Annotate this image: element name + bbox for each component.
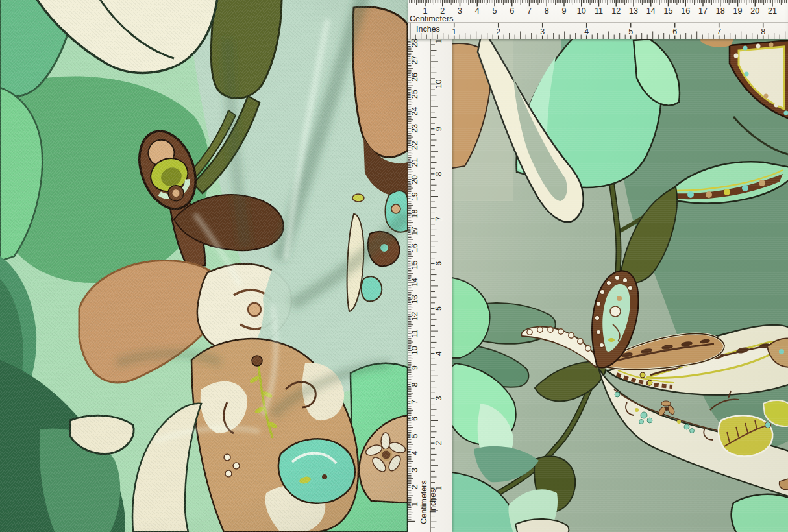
swatch-illustration [452, 39, 788, 532]
cm-number: 5 [410, 433, 419, 438]
cm-number: 5 [493, 6, 497, 16]
cm-number: 9 [562, 6, 567, 16]
cm-number: 4 [475, 6, 480, 16]
cm-number: 23 [410, 124, 419, 133]
cm-number: 27 [410, 56, 419, 65]
cm-number: 10 [410, 346, 419, 355]
chartreuse-feather [719, 415, 772, 456]
cm-number: 11 [595, 6, 603, 16]
cm-number: 6 [410, 417, 419, 421]
cm-number: 8 [545, 6, 549, 16]
inches-label: Inches [416, 25, 440, 34]
inch-number: 8 [761, 27, 765, 36]
cm-number: 14 [410, 278, 419, 287]
cm-number: 3 [458, 6, 462, 16]
cm-number: 18 [410, 210, 419, 219]
cm-number: 10 [577, 6, 586, 16]
fabric-product-photo: 123456789101112131415161718192021Centime… [0, 0, 788, 532]
inch-number: 11 [434, 39, 443, 43]
fabric-drape-photo [0, 0, 408, 532]
cm-number: 22 [410, 141, 419, 150]
inch-number: 7 [717, 27, 721, 36]
cm-number: 21 [410, 158, 419, 167]
cm-number: 13 [629, 6, 638, 16]
cm-number: 12 [410, 312, 419, 321]
cm-number: 28 [410, 39, 419, 47]
cm-number: 7 [527, 6, 532, 16]
drape-illustration [0, 0, 408, 532]
inch-number: 3 [434, 396, 443, 400]
cm-number: 12 [611, 6, 621, 16]
cm-number: 6 [510, 6, 514, 16]
cm-number: 16 [410, 243, 419, 252]
inch-number: 7 [434, 217, 443, 221]
inch-number: 5 [434, 306, 443, 311]
cm-number: 17 [698, 6, 708, 16]
inch-number: 4 [584, 27, 589, 36]
cm-number: 21 [768, 6, 777, 16]
inches-label: Inches [428, 489, 437, 513]
horizontal-ruler: 123456789101112131415161718192021Centime… [408, 0, 788, 39]
cm-number: 3 [410, 468, 419, 472]
inch-number: 1 [452, 27, 456, 36]
cm-number: 19 [733, 6, 743, 16]
cm-number: 15 [664, 6, 673, 16]
cm-number: 4 [410, 451, 419, 455]
cm-number: 20 [750, 6, 759, 16]
inch-number: 6 [434, 261, 443, 266]
cm-number: 2 [410, 485, 419, 489]
cm-number: 15 [410, 261, 419, 270]
inch-number: 9 [434, 127, 443, 131]
inch-number: 8 [434, 171, 443, 176]
cm-number: 9 [410, 365, 419, 370]
inch-number: 6 [672, 27, 677, 36]
cm-number: 18 [716, 6, 725, 16]
cm-number: 14 [646, 6, 656, 16]
cm-number: 11 [410, 329, 419, 337]
cm-number: 16 [681, 6, 690, 16]
cm-number: 1 [410, 502, 419, 507]
horizontal-ruler-scale: 123456789101112131415161718192021Centime… [408, 0, 788, 39]
inch-number: 3 [540, 27, 545, 36]
cm-number: 26 [410, 73, 419, 82]
vertical-ruler-scale: 1234567891011121314151617181920212223242… [408, 39, 452, 532]
cm-number: 17 [410, 226, 419, 236]
fabric-flat-swatch [452, 39, 788, 532]
cm-number: 19 [410, 192, 419, 201]
inch-number: 2 [434, 441, 443, 446]
centimeters-label: Centimeters [410, 14, 453, 23]
cm-number: 25 [410, 90, 419, 99]
inch-number: 4 [434, 351, 443, 356]
cm-number: 20 [410, 175, 419, 184]
cm-number: 24 [410, 107, 419, 116]
vertical-ruler: 1234567891011121314151617181920212223242… [408, 39, 452, 532]
cm-number: 7 [410, 400, 419, 404]
cm-number: 8 [410, 382, 419, 387]
cm-number: 13 [410, 295, 419, 304]
inch-number: 10 [434, 80, 443, 89]
inch-number: 5 [628, 27, 633, 36]
centimeters-label: Centimeters [419, 480, 428, 524]
inch-number: 2 [496, 27, 500, 36]
